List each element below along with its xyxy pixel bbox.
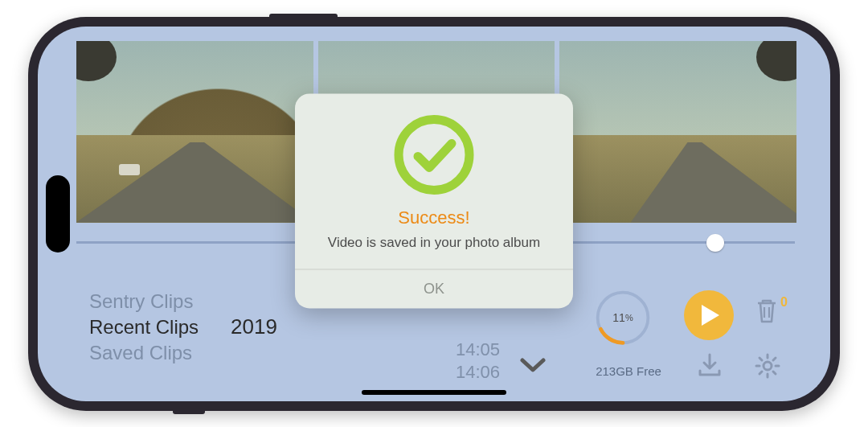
download-button[interactable] xyxy=(697,353,723,380)
scrubber-thumb[interactable] xyxy=(706,234,724,252)
clip-category-sentry[interactable]: Sentry Clips xyxy=(89,289,199,314)
clip-time-list: 14:05 14:06 xyxy=(456,339,500,384)
clip-time-1[interactable]: 14:05 xyxy=(456,339,500,361)
clip-category-saved[interactable]: Saved Clips xyxy=(89,340,199,366)
svg-point-1 xyxy=(764,362,772,370)
modal-title: Success! xyxy=(311,207,557,228)
svg-point-2 xyxy=(399,119,469,190)
trash-icon xyxy=(755,297,779,324)
storage-free-label: 213GB Free xyxy=(584,364,673,378)
clip-date[interactable]: 2019 xyxy=(231,314,277,339)
play-icon xyxy=(700,303,721,327)
success-modal: Success! Video is saved in your photo al… xyxy=(295,93,573,308)
clip-category-recent[interactable]: Recent Clips xyxy=(89,314,199,340)
clip-time-2[interactable]: 14:06 xyxy=(456,361,500,384)
modal-message: Video is saved in your photo album xyxy=(311,235,557,251)
settings-button[interactable] xyxy=(755,353,780,382)
storage-percent: 11% xyxy=(592,287,653,348)
storage-ring[interactable]: 11% xyxy=(592,287,653,348)
modal-ok-button[interactable]: OK xyxy=(311,269,557,308)
success-check-icon xyxy=(389,109,479,199)
trash-count: 0 xyxy=(780,295,788,310)
screen: Sentry Clips Recent Clips Saved Clips 20… xyxy=(38,27,830,401)
thumbnail-left[interactable] xyxy=(76,41,313,223)
thumbnail-right[interactable] xyxy=(559,41,796,223)
home-indicator[interactable] xyxy=(362,390,506,395)
dynamic-island xyxy=(46,175,70,253)
download-icon xyxy=(697,353,723,377)
gear-icon xyxy=(755,353,780,379)
phone-frame: Sentry Clips Recent Clips Saved Clips 20… xyxy=(28,17,840,411)
trash-button[interactable]: 0 xyxy=(755,297,788,324)
clip-category-list: Sentry Clips Recent Clips Saved Clips xyxy=(89,289,199,366)
chevron-down-icon[interactable] xyxy=(520,358,546,377)
play-button[interactable] xyxy=(684,290,734,340)
